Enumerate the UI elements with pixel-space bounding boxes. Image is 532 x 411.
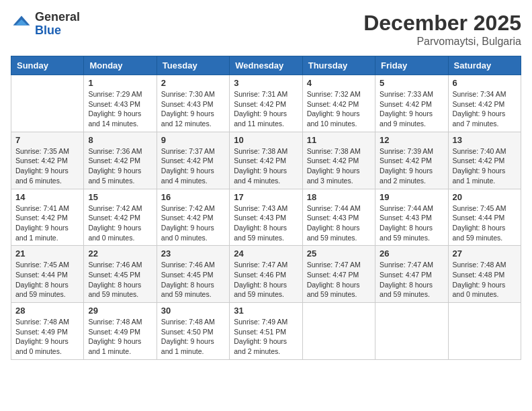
calendar-cell: 13Sunrise: 7:40 AMSunset: 4:42 PMDayligh… [448,132,521,189]
day-number: 23 [161,248,225,259]
sunset-label: Sunset: 4:42 PM [380,100,432,108]
day-number: 9 [161,135,225,145]
day-number: 4 [307,78,371,88]
calendar-cell: 27Sunrise: 7:48 AMSunset: 4:48 PMDayligh… [448,246,521,303]
calendar-week-1: 1Sunrise: 7:29 AMSunset: 4:43 PMDaylight… [11,75,521,132]
day-info: Sunrise: 7:31 AMSunset: 4:42 PMDaylight:… [234,89,298,129]
daylight-label: Daylight: 8 hours and 59 minutes. [161,281,214,299]
sunrise-label: Sunrise: 7:43 AM [234,204,287,212]
sunrise-label: Sunrise: 7:46 AM [161,261,215,269]
sunset-label: Sunset: 4:49 PM [88,328,140,336]
daylight-label: Daylight: 9 hours and 1 minute. [453,167,506,185]
calendar-cell: 15Sunrise: 7:42 AMSunset: 4:42 PMDayligh… [84,189,157,246]
sunrise-label: Sunrise: 7:32 AM [307,90,361,98]
day-info: Sunrise: 7:35 AMSunset: 4:42 PMDaylight:… [15,146,79,186]
day-number: 30 [161,306,225,316]
daylight-label: Daylight: 8 hours and 59 minutes. [234,281,287,299]
day-number: 31 [234,306,298,316]
sunrise-label: Sunrise: 7:41 AM [15,204,69,212]
calendar-cell: 8Sunrise: 7:36 AMSunset: 4:42 PMDaylight… [84,132,157,189]
day-info: Sunrise: 7:45 AMSunset: 4:44 PMDaylight:… [453,203,517,243]
sunrise-label: Sunrise: 7:45 AM [453,204,506,212]
day-info: Sunrise: 7:47 AMSunset: 4:47 PMDaylight:… [307,260,371,300]
sunrise-label: Sunrise: 7:48 AM [15,318,69,326]
calendar-cell: 19Sunrise: 7:44 AMSunset: 4:43 PMDayligh… [375,189,448,246]
calendar-cell: 22Sunrise: 7:46 AMSunset: 4:45 PMDayligh… [84,246,157,303]
sunset-label: Sunset: 4:42 PM [453,156,505,165]
sunrise-label: Sunrise: 7:33 AM [380,90,433,98]
daylight-label: Daylight: 9 hours and 6 minutes. [15,167,69,185]
day-number: 14 [15,192,79,202]
logo-general-text: General [35,11,80,24]
day-number: 7 [15,135,79,145]
day-info: Sunrise: 7:48 AMSunset: 4:49 PMDaylight:… [88,317,152,357]
daylight-label: Daylight: 9 hours and 14 minutes. [88,109,141,128]
day-info: Sunrise: 7:43 AMSunset: 4:43 PMDaylight:… [234,203,298,243]
daylight-label: Daylight: 9 hours and 1 minute. [161,337,214,355]
calendar-cell: 9Sunrise: 7:37 AMSunset: 4:42 PMDaylight… [157,132,229,189]
day-info: Sunrise: 7:44 AMSunset: 4:43 PMDaylight:… [380,203,443,243]
weekday-header-thursday: Thursday [302,56,375,75]
day-info: Sunrise: 7:42 AMSunset: 4:42 PMDaylight:… [88,203,152,243]
day-info: Sunrise: 7:49 AMSunset: 4:51 PMDaylight:… [234,317,298,357]
sunrise-label: Sunrise: 7:47 AM [307,261,361,269]
daylight-label: Daylight: 9 hours and 7 minutes. [453,109,506,128]
day-info: Sunrise: 7:46 AMSunset: 4:45 PMDaylight:… [88,260,152,300]
day-number: 16 [161,192,225,202]
sunrise-label: Sunrise: 7:35 AM [15,147,69,155]
sunrise-label: Sunrise: 7:31 AM [234,90,287,98]
sunset-label: Sunset: 4:43 PM [234,214,286,222]
calendar-week-4: 21Sunrise: 7:45 AMSunset: 4:44 PMDayligh… [11,246,521,303]
calendar-cell: 21Sunrise: 7:45 AMSunset: 4:44 PMDayligh… [11,246,84,303]
day-info: Sunrise: 7:33 AMSunset: 4:42 PMDaylight:… [380,89,443,129]
calendar-table: SundayMondayTuesdayWednesdayThursdayFrid… [11,56,521,360]
sunrise-label: Sunrise: 7:48 AM [453,261,506,269]
day-number: 6 [453,78,517,88]
day-number: 25 [307,248,371,259]
day-number: 17 [234,192,298,202]
day-number: 26 [380,248,443,259]
daylight-label: Daylight: 9 hours and 4 minutes. [161,167,214,185]
sunset-label: Sunset: 4:46 PM [234,271,286,279]
sunset-label: Sunset: 4:48 PM [453,271,505,279]
day-number: 18 [307,192,371,202]
daylight-label: Daylight: 9 hours and 0 minutes. [453,281,506,299]
calendar-week-5: 28Sunrise: 7:48 AMSunset: 4:49 PMDayligh… [11,303,521,360]
sunset-label: Sunset: 4:51 PM [234,328,286,336]
daylight-label: Daylight: 9 hours and 10 minutes. [307,109,360,128]
daylight-label: Daylight: 9 hours and 11 minutes. [234,109,287,128]
daylight-label: Daylight: 8 hours and 59 minutes. [307,224,360,242]
day-info: Sunrise: 7:48 AMSunset: 4:48 PMDaylight:… [453,260,517,300]
calendar-cell: 20Sunrise: 7:45 AMSunset: 4:44 PMDayligh… [448,189,521,246]
title-block: December 2025 Parvomaytsi, Bulgaria [363,11,521,48]
calendar-cell [448,303,521,360]
sunset-label: Sunset: 4:42 PM [307,156,359,165]
calendar-cell: 11Sunrise: 7:38 AMSunset: 4:42 PMDayligh… [302,132,375,189]
daylight-label: Daylight: 9 hours and 1 minute. [88,337,141,355]
daylight-label: Daylight: 9 hours and 0 minutes. [15,337,69,355]
sunrise-label: Sunrise: 7:30 AM [161,90,215,98]
sunset-label: Sunset: 4:47 PM [380,271,432,279]
day-number: 28 [15,306,79,316]
daylight-label: Daylight: 9 hours and 3 minutes. [307,167,360,185]
weekday-header-saturday: Saturday [448,56,521,75]
calendar-cell: 10Sunrise: 7:38 AMSunset: 4:42 PMDayligh… [230,132,302,189]
daylight-label: Daylight: 8 hours and 59 minutes. [453,224,506,242]
sunrise-label: Sunrise: 7:38 AM [307,147,361,155]
daylight-label: Daylight: 8 hours and 59 minutes. [88,281,141,299]
day-info: Sunrise: 7:29 AMSunset: 4:43 PMDaylight:… [88,89,152,129]
weekday-header-friday: Friday [375,56,448,75]
calendar-cell: 1Sunrise: 7:29 AMSunset: 4:43 PMDaylight… [84,75,157,132]
sunrise-label: Sunrise: 7:47 AM [234,261,287,269]
day-info: Sunrise: 7:38 AMSunset: 4:42 PMDaylight:… [234,146,298,186]
day-info: Sunrise: 7:41 AMSunset: 4:42 PMDaylight:… [15,203,79,243]
sunrise-label: Sunrise: 7:42 AM [161,204,215,212]
calendar-cell: 18Sunrise: 7:44 AMSunset: 4:43 PMDayligh… [302,189,375,246]
sunset-label: Sunset: 4:43 PM [307,214,359,222]
logo-blue-text: Blue [35,24,80,38]
day-number: 22 [88,248,152,259]
day-info: Sunrise: 7:37 AMSunset: 4:42 PMDaylight:… [161,146,225,186]
sunrise-label: Sunrise: 7:49 AM [234,318,287,326]
calendar-cell: 28Sunrise: 7:48 AMSunset: 4:49 PMDayligh… [11,303,84,360]
calendar-cell: 6Sunrise: 7:34 AMSunset: 4:42 PMDaylight… [448,75,521,132]
